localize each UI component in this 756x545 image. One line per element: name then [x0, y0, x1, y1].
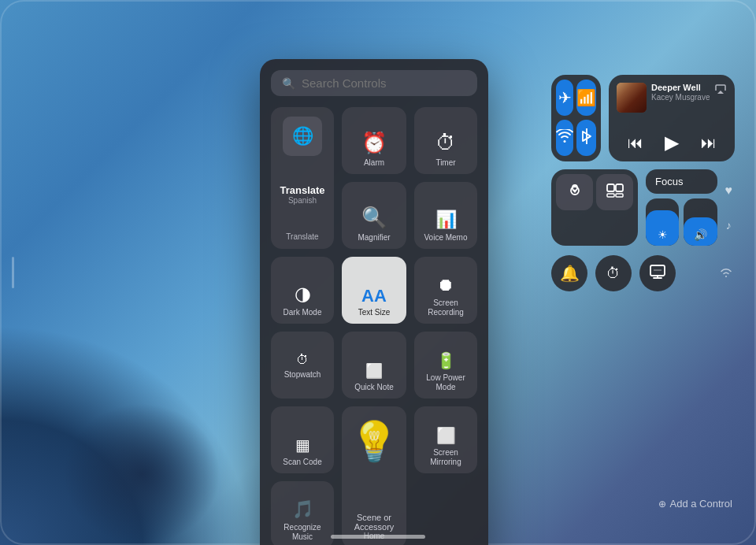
track-artist: Kacey Musgrave — [651, 93, 710, 102]
translate-bottom-label: Translate — [286, 232, 318, 241]
quick-note-label: Quick Note — [354, 383, 393, 392]
translate-label: Translate — [280, 184, 324, 196]
scan-code-label: Scan Code — [283, 458, 321, 467]
timer-label: Timer — [435, 158, 455, 168]
cc-second-row: Focus ☀ 🔊 ♥ ♪ — [551, 169, 732, 246]
wifi-indicator — [720, 268, 732, 279]
np-top: Deeper Well Kacey Musgrave — [617, 83, 727, 113]
low-power-control[interactable]: 🔋 Low Power Mode — [414, 332, 477, 399]
stopwatch-cc-button[interactable]: ⏱ — [595, 255, 632, 291]
wifi-icon — [556, 129, 573, 147]
voice-memo-label: Voice Memo — [424, 233, 467, 243]
album-art — [617, 83, 647, 113]
alarm-label: Alarm — [364, 158, 384, 168]
brightness-slider[interactable]: ☀ — [646, 198, 679, 246]
svg-rect-2 — [573, 185, 577, 191]
bell-icon: 🔔 — [560, 264, 580, 283]
screen-time-icon — [649, 263, 666, 284]
add-icon: ⊕ — [658, 499, 666, 510]
volume-slider[interactable]: 🔊 — [684, 198, 717, 246]
translate-control[interactable]: 🌐 Translate Spanish Translate — [271, 107, 334, 249]
side-extras: ♥ ♪ — [725, 169, 733, 246]
playback-controls: ⏮ ▶ ⏭ — [617, 127, 727, 154]
voice-memo-control[interactable]: 📊 Voice Memo — [414, 182, 477, 249]
stopwatch-label: Stopwatch — [284, 370, 321, 380]
now-playing-block: Deeper Well Kacey Musgrave ⏮ ▶ ⏭ — [609, 75, 735, 161]
recognize-music-icon: 🎵 — [292, 499, 313, 520]
scan-code-control[interactable]: ▦ Scan Code — [271, 406, 334, 473]
stopwatch-control[interactable]: ⏱ Stopwatch — [271, 332, 334, 399]
search-bar[interactable]: 🔍 — [271, 70, 477, 96]
screen-time-button[interactable] — [639, 255, 676, 291]
volume-icon: 🔊 — [694, 228, 707, 241]
low-power-label: Low Power Mode — [419, 373, 472, 392]
add-control-button[interactable]: ⊕ Add a Control — [658, 498, 733, 510]
prev-track-button[interactable]: ⏮ — [628, 134, 643, 152]
translate-icon: 🌐 — [283, 117, 322, 156]
lock-rotation-button[interactable] — [556, 174, 593, 210]
screen-recording-label: Screen Recording — [419, 298, 472, 317]
screen-mirror-icon — [606, 184, 624, 202]
bluetooth-button[interactable] — [576, 120, 596, 156]
focus-sliders-block: Focus ☀ 🔊 — [646, 169, 717, 246]
magnifier-label: Magnifier — [358, 233, 390, 243]
search-input[interactable] — [302, 76, 466, 90]
bluetooth-icon — [581, 128, 592, 149]
timer-control[interactable]: ⏱ Timer — [414, 107, 477, 174]
next-track-button[interactable]: ⏭ — [701, 134, 717, 152]
control-center-panel: ✈ 📶 — [551, 75, 732, 291]
sliders-row: ☀ 🔊 — [646, 198, 717, 246]
home-indicator — [331, 535, 425, 539]
quick-note-icon: ⬜ — [365, 362, 383, 380]
screen-mirror-button[interactable] — [596, 174, 633, 210]
scene-accessory-control[interactable]: 💡 Scene or Accessory Home — [342, 406, 406, 545]
quick-note-control[interactable]: ⬜ Quick Note — [342, 332, 406, 399]
wifi-calling-icon: 📶 — [576, 88, 596, 107]
voice-memo-icon: 📊 — [435, 209, 457, 230]
dark-mode-control[interactable]: ◑ Dark Mode — [271, 257, 334, 324]
sound-button[interactable]: 🔔 — [551, 255, 587, 291]
wifi-calling-button[interactable]: 📶 — [576, 80, 596, 116]
scan-code-icon: ▦ — [295, 436, 310, 454]
scene-label: Scene or Accessory — [350, 513, 398, 532]
timer-icon: ⏱ — [435, 131, 456, 155]
text-size-control[interactable]: AA Text Size — [342, 257, 406, 324]
airplane-mode-button[interactable]: ✈ — [556, 80, 573, 116]
magnifier-control[interactable]: 🔍 Magnifier — [342, 182, 406, 249]
translate-sublabel: Spanish — [280, 196, 324, 205]
stopwatch-icon: ⏱ — [296, 353, 309, 367]
svg-point-3 — [573, 190, 576, 192]
focus-label: Focus — [655, 176, 683, 187]
scene-icon: 💡 — [350, 419, 398, 465]
brightness-icon: ☀ — [658, 228, 668, 241]
svg-rect-6 — [607, 194, 614, 197]
screen-mirroring-icon: ⬜ — [436, 426, 456, 445]
search-controls-panel: 🔍 🌐 Translate Spanish Translate ⏰ Alarm … — [260, 59, 488, 545]
music-note-icon: ♪ — [726, 219, 732, 232]
screen-mirroring-control[interactable]: ⬜ Screen Mirroring — [414, 406, 477, 473]
screen-controls-block — [551, 169, 638, 246]
dark-mode-label: Dark Mode — [284, 308, 322, 317]
text-size-label: Text Size — [358, 308, 391, 317]
alarm-icon: ⏰ — [361, 131, 387, 155]
dark-mode-icon: ◑ — [295, 283, 311, 305]
stopwatch-cc-icon: ⏱ — [606, 265, 621, 282]
play-pause-button[interactable]: ▶ — [665, 132, 679, 154]
cc-top-row: ✈ 📶 — [551, 75, 732, 161]
airplay-icon[interactable] — [714, 83, 727, 98]
airplane-icon: ✈ — [558, 88, 572, 107]
alarm-control[interactable]: ⏰ Alarm — [342, 107, 406, 174]
wifi-button[interactable] — [556, 120, 573, 156]
add-control-label: Add a Control — [670, 498, 733, 510]
heart-icon: ♥ — [725, 184, 733, 198]
controls-grid: 🌐 Translate Spanish Translate ⏰ Alarm ⏱ … — [271, 107, 477, 545]
screen-recording-icon: ⏺ — [437, 275, 454, 295]
svg-rect-5 — [616, 184, 623, 191]
focus-button[interactable]: Focus — [646, 169, 717, 194]
now-playing-info: Deeper Well Kacey Musgrave — [651, 83, 710, 102]
search-icon: 🔍 — [282, 77, 295, 90]
connectivity-block: ✈ 📶 — [551, 75, 601, 161]
lock-rotation-icon — [566, 182, 584, 203]
recognize-music-control[interactable]: 🎵 Recognize Music — [271, 481, 334, 545]
screen-recording-control[interactable]: ⏺ Screen Recording — [414, 257, 477, 324]
